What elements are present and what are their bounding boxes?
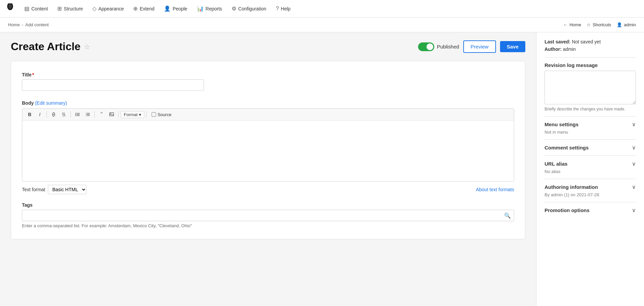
sidebar-meta: Last saved: Not saved yet Author: admin: [545, 39, 636, 52]
url-alias-header[interactable]: URL alias ∨: [545, 161, 636, 167]
body-label: Body (Edit summary): [22, 100, 514, 106]
nav-people[interactable]: 👤 People: [160, 3, 192, 14]
body-editor-area[interactable]: [22, 121, 514, 181]
menu-settings-section: Menu settings ∨ Not in menu: [545, 116, 636, 139]
image-icon: [109, 112, 114, 117]
structure-icon: ⊞: [57, 5, 62, 12]
link-button[interactable]: [49, 110, 58, 119]
source-icon: [151, 112, 156, 117]
reports-icon: 📊: [197, 5, 204, 12]
breadcrumb-current: Add content: [25, 22, 49, 27]
nav-extend[interactable]: ⊕ Extend: [129, 3, 158, 14]
published-toggle-group: Published: [418, 42, 459, 51]
promotion-options-chevron-icon: ∨: [632, 207, 636, 213]
tags-input[interactable]: [22, 210, 514, 221]
edit-summary-link[interactable]: (Edit summary): [35, 100, 67, 106]
about-formats-link[interactable]: About text formats: [476, 187, 514, 192]
logo[interactable]: [5, 3, 16, 14]
promotion-options-section: Promotion options ∨: [545, 202, 636, 218]
published-toggle[interactable]: [418, 42, 434, 51]
toolbar-separator-1: [47, 111, 47, 118]
link-icon: [51, 112, 56, 117]
unordered-list-icon: [75, 112, 80, 117]
svg-point-4: [75, 114, 76, 115]
published-label: Published: [437, 44, 459, 49]
star-shortcuts-icon: ☆: [587, 22, 591, 27]
content-icon: ▤: [24, 5, 29, 12]
url-alias-title: URL alias: [545, 161, 567, 167]
tags-section: Tags 🔍 Enter a comma-separated list. For…: [22, 202, 514, 228]
people-icon: 👤: [164, 5, 171, 12]
editor-toolbar: B I: [22, 109, 514, 121]
image-button[interactable]: [107, 110, 116, 119]
format-chevron-icon: ▾: [139, 112, 141, 117]
authoring-info-header[interactable]: Authoring information ∨: [545, 184, 636, 190]
title-label: Title *: [22, 72, 514, 77]
header-actions: Published Preview Save: [418, 40, 525, 53]
shortcuts-action[interactable]: ☆ Shortcuts: [587, 22, 611, 27]
revision-log-hint: Briefly describe the changes you have ma…: [545, 107, 636, 111]
revision-log-textarea[interactable]: [545, 71, 636, 104]
text-format-label: Text format: [22, 187, 45, 192]
text-format-left: Text format Basic HTML: [22, 185, 87, 194]
tags-label: Tags: [22, 202, 514, 208]
unordered-list-button[interactable]: [73, 110, 82, 119]
bold-button[interactable]: B: [25, 110, 34, 119]
page-title: Create Article: [11, 40, 81, 53]
comment-settings-section: Comment settings ∨: [545, 139, 636, 156]
admin-action[interactable]: 👤 admin: [617, 22, 636, 27]
url-alias-chevron-icon: ∨: [632, 161, 636, 167]
required-indicator: *: [32, 72, 34, 77]
nav-configuration[interactable]: ⚙ Configuration: [228, 3, 270, 14]
ordered-list-icon: 1. 2. 3.: [85, 112, 90, 117]
format-dropdown[interactable]: Format ▾: [121, 111, 144, 118]
breadcrumb-separator: ›: [22, 22, 23, 27]
help-icon: ?: [276, 6, 279, 12]
ordered-list-button[interactable]: 1. 2. 3.: [83, 110, 92, 119]
nav-appearance[interactable]: ◇ Appearance: [88, 3, 128, 14]
promotion-options-header[interactable]: Promotion options ∨: [545, 207, 636, 213]
toolbar-separator-4: [118, 111, 119, 118]
svg-point-6: [75, 115, 76, 116]
content-area: Create Article ☆ Published Preview Save …: [0, 32, 536, 306]
svg-point-2: [75, 113, 76, 114]
svg-point-1: [8, 3, 12, 9]
menu-settings-header[interactable]: Menu settings ∨: [545, 121, 636, 128]
blockquote-button[interactable]: ": [97, 110, 106, 119]
save-button[interactable]: Save: [500, 41, 525, 52]
author-row: Author: admin: [545, 46, 636, 52]
main-layout: Create Article ☆ Published Preview Save …: [0, 32, 644, 306]
breadcrumb-actions: ← Home ☆ Shortcuts 👤 admin: [563, 22, 636, 27]
source-button[interactable]: Source: [149, 111, 174, 118]
favorite-star-icon[interactable]: ☆: [84, 43, 90, 51]
title-input[interactable]: [22, 79, 204, 91]
unlink-button[interactable]: [59, 110, 68, 119]
breadcrumb-home-action[interactable]: ← Home: [563, 22, 581, 27]
toolbar-separator-2: [70, 111, 71, 118]
preview-button[interactable]: Preview: [463, 40, 496, 53]
svg-text:3.: 3.: [86, 114, 87, 116]
menu-settings-value: Not in menu: [545, 130, 636, 135]
text-format-row: Text format Basic HTML About text format…: [22, 185, 514, 194]
extend-icon: ⊕: [133, 5, 138, 12]
nav-help[interactable]: ? Help: [272, 4, 295, 14]
nav-content[interactable]: ▤ Content: [20, 3, 52, 14]
toggle-knob: [427, 43, 433, 50]
toolbar-separator-3: [94, 111, 95, 118]
breadcrumb-home-link[interactable]: Home: [8, 22, 20, 27]
nav-structure[interactable]: ⊞ Structure: [53, 3, 87, 14]
body-section: Body (Edit summary) B I: [22, 100, 514, 194]
comment-settings-header[interactable]: Comment settings ∨: [545, 144, 636, 151]
nav-reports[interactable]: 📊 Reports: [193, 3, 226, 14]
text-format-select[interactable]: Basic HTML: [48, 185, 87, 194]
configuration-icon: ⚙: [232, 5, 236, 12]
authoring-info-chevron-icon: ∨: [632, 184, 636, 190]
italic-button[interactable]: I: [35, 110, 45, 119]
menu-settings-title: Menu settings: [545, 122, 579, 127]
comment-settings-chevron-icon: ∨: [632, 144, 636, 151]
body-editor: B I: [22, 108, 514, 181]
tags-hint: Enter a comma-separated list. For exampl…: [22, 223, 514, 228]
revision-log-title: Revision log message: [545, 62, 636, 68]
tags-input-wrap: 🔍: [22, 210, 514, 221]
menu-settings-chevron-icon: ∨: [632, 121, 636, 128]
